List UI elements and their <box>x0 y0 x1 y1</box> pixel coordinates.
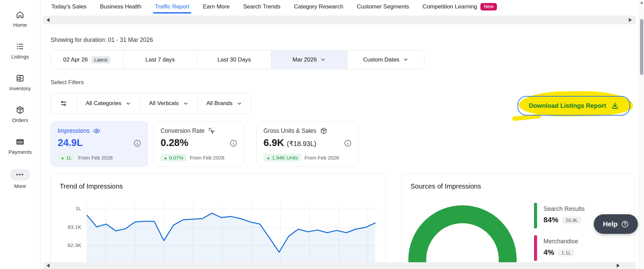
duration-text: Showing for duration: 01 - 31 Mar 2026 <box>51 36 153 44</box>
sidebar-item-home[interactable]: Home <box>13 10 27 30</box>
info-icon[interactable] <box>133 139 141 147</box>
up-arrow-icon: ▲ <box>267 156 270 160</box>
date-option-month-dropdown[interactable]: Mar 2026 <box>271 50 347 69</box>
payments-icon <box>16 137 25 146</box>
delta-badge: ▲1.94K Units <box>263 154 301 162</box>
listings-icon <box>16 42 25 51</box>
new-badge: New <box>480 3 497 10</box>
legend-color-bar <box>534 203 537 228</box>
sales-value: (₹18.93L) <box>287 140 316 148</box>
sidebar-item-label: Listings <box>11 54 29 60</box>
filter-all-brands[interactable]: All Brands <box>198 93 251 114</box>
panel-title: Sources of Impressions <box>411 182 481 190</box>
sidebar-item-orders[interactable]: Orders <box>12 105 28 126</box>
scroll-left-icon[interactable] <box>47 264 50 268</box>
chevron-down-icon <box>125 101 131 106</box>
scroll-left-icon[interactable] <box>47 18 50 22</box>
sidebar: Home Listings Inventory Orders Payments … <box>0 0 40 269</box>
sidebar-item-more[interactable]: ••• More <box>10 169 30 189</box>
sidebar-item-label: Inventory <box>9 85 31 92</box>
tab-business-health[interactable]: Business Health <box>100 0 141 14</box>
sidebar-item-label: Payments <box>8 149 32 155</box>
date-option-last-7-days[interactable]: Last 7 days <box>123 50 197 69</box>
traffic-report-screen: Home Listings Inventory Orders Payments … <box>0 0 644 269</box>
delta-badge: ▲0.07% <box>161 154 186 162</box>
metric-card-conversion-rate[interactable]: Conversion Rate 0.28% ▲0.07% From Feb 20… <box>153 121 244 167</box>
inventory-icon <box>16 74 25 83</box>
tab-traffic-report[interactable]: Traffic Report <box>155 0 189 14</box>
eye-icon <box>93 127 101 135</box>
date-option-custom-dates[interactable]: Custom Dates <box>347 50 424 69</box>
download-listings-report-button[interactable]: Download Listings Report <box>517 96 630 116</box>
chevron-down-icon <box>320 57 326 63</box>
legend-count-badge: 1.1L <box>558 249 574 256</box>
filter-sliders-icon <box>60 99 68 107</box>
tab-competition-learning[interactable]: Competition LearningNew <box>423 0 497 14</box>
download-highlight: Download Listings Report <box>517 96 630 116</box>
trend-of-impressions-panel: Trend of Impressions 1L83.1K62.3K41.6K <box>51 173 386 269</box>
delta-badge: ▲1L <box>58 154 75 162</box>
scroll-up-icon[interactable] <box>640 1 643 4</box>
trend-line-chart <box>86 203 376 269</box>
sidebar-item-payments[interactable]: Payments <box>8 137 32 157</box>
select-filters-label: Select Filters <box>51 79 84 86</box>
sidebar-item-label: Home <box>13 22 27 28</box>
sidebar-item-listings[interactable]: Listings <box>11 42 29 62</box>
info-icon[interactable] <box>229 139 237 147</box>
home-icon <box>16 10 25 19</box>
tab-customer-segments[interactable]: Customer Segments <box>357 0 409 14</box>
horizontal-scrollbar-top[interactable] <box>43 16 636 24</box>
panel-title: Trend of Impressions <box>60 182 123 190</box>
orders-icon <box>16 105 25 115</box>
filter-all-categories[interactable]: All Categories <box>77 93 140 114</box>
top-nav: Today's Sales Business Health Traffic Re… <box>40 0 639 14</box>
tab-earn-more[interactable]: Earn More <box>203 0 229 14</box>
vertical-scrollbar-thumb[interactable] <box>640 19 643 75</box>
tab-search-trends[interactable]: Search Trends <box>243 0 281 14</box>
chevron-down-icon <box>236 101 242 106</box>
filter-settings-button[interactable] <box>51 93 77 114</box>
sources-donut-chart <box>407 203 519 269</box>
vertical-scrollbar[interactable] <box>639 0 644 269</box>
horizontal-scrollbar-bottom[interactable] <box>43 262 636 269</box>
metric-card-impressions[interactable]: Impressions 24.9L ▲1L From Feb 2026 <box>51 121 148 167</box>
help-button[interactable]: Help <box>594 214 638 234</box>
download-icon <box>611 102 619 110</box>
more-icon: ••• <box>10 169 30 180</box>
tab-todays-sales[interactable]: Today's Sales <box>51 0 86 14</box>
chevron-down-icon <box>403 57 409 63</box>
legend-color-bar <box>534 235 537 261</box>
scroll-right-icon[interactable] <box>629 18 632 22</box>
scroll-right-icon[interactable] <box>617 264 620 268</box>
info-icon[interactable] <box>344 139 352 147</box>
up-arrow-icon: ▲ <box>164 156 167 160</box>
date-option-latest[interactable]: 02 Apr 26 Latest <box>51 50 123 69</box>
up-arrow-icon: ▲ <box>61 156 64 160</box>
sidebar-item-label: Orders <box>12 117 28 123</box>
package-icon <box>320 127 328 135</box>
date-option-last-30-days[interactable]: Last 30 Days <box>197 50 271 69</box>
legend-count-badge: 20.9L <box>562 216 581 224</box>
sidebar-item-inventory[interactable]: Inventory <box>9 74 31 94</box>
chevron-down-icon <box>183 101 189 106</box>
legend-percent: 4% <box>543 248 554 257</box>
cursor-click-icon <box>208 127 216 135</box>
question-circle-icon <box>621 220 629 228</box>
metric-card-gross-units-sales[interactable]: Gross Units & Sales 6.9K (₹18.93L) ▲1.94… <box>256 121 358 167</box>
legend-percent: 84% <box>543 216 558 224</box>
date-range-selector: 02 Apr 26 Latest Last 7 days Last 30 Day… <box>51 50 424 69</box>
latest-chip: Latest <box>91 56 111 64</box>
sidebar-item-label: More <box>14 183 26 189</box>
tab-category-research[interactable]: Category Research <box>294 0 343 14</box>
filter-bar: All Categories All Verticals All Brands <box>51 93 251 114</box>
filter-all-verticals[interactable]: All Verticals <box>140 93 198 114</box>
